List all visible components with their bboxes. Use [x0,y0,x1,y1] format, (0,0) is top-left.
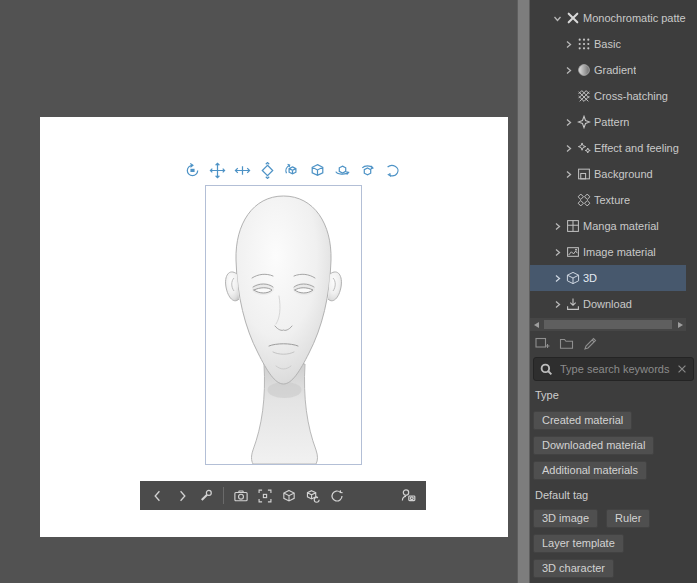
camera-icon[interactable] [232,487,250,505]
monochromatic-pattern-icon [565,11,580,26]
edit-material-icon[interactable] [582,335,599,352]
3d-object-viewport[interactable] [205,185,362,465]
chevron-right-icon[interactable] [552,299,562,309]
chevron-placeholder [563,91,573,101]
pattern-icon [576,115,591,130]
cube-view-icon[interactable] [308,161,326,179]
default-tag-section-label: Default tag [535,489,588,501]
toolbar-divider [223,487,224,504]
camera-orbit-icon[interactable] [183,161,201,179]
tree-horizontal-scrollbar[interactable] [530,318,686,331]
object-toolbar [140,481,426,510]
tree-item-label: Manga material [583,220,659,232]
chevron-right-icon[interactable] [563,39,573,49]
new-folder-icon[interactable] [558,335,575,352]
tree-item-label: Basic [594,38,621,50]
rotate-object-icon[interactable] [283,161,301,179]
app-window: Monochromatic pattern Basic [0,0,697,583]
tree-item-label: Monochromatic pattern [583,12,686,24]
cross-hatching-icon [576,89,591,104]
reset-rotation-icon[interactable] [383,161,401,179]
clear-search-icon[interactable] [676,363,688,375]
tree-item-pattern[interactable]: Pattern [530,109,686,135]
3d-head-model [206,186,361,464]
filter-additional-materials[interactable]: Additional materials [533,461,647,480]
dot-grid-icon [576,37,591,52]
tree-item-manga-material[interactable]: Manga material [530,213,686,239]
tool-settings-icon[interactable] [197,487,215,505]
scroll-left-icon[interactable] [530,318,542,331]
chevron-right-icon[interactable] [563,143,573,153]
tree-item-image-material[interactable]: Image material [530,239,686,265]
gradient-icon [576,63,591,78]
tag-3d-image[interactable]: 3D image [533,509,598,528]
tree-item-label: 3D [583,272,597,284]
tree-item-download[interactable]: Download [530,291,686,317]
search-icon [539,362,554,377]
manga-material-icon [565,219,580,234]
scrollbar-thumb[interactable] [544,320,672,329]
prev-icon[interactable] [149,487,167,505]
chevron-right-icon[interactable] [552,273,562,283]
download-icon [565,297,580,312]
tree-item-3d[interactable]: 3D [530,265,686,291]
pose-camera-icon[interactable] [399,487,417,505]
tree-item-basic[interactable]: Basic [530,31,686,57]
filter-downloaded-material[interactable]: Downloaded material [533,436,654,455]
cube-icon [565,271,580,286]
material-command-bar [534,335,599,352]
chevron-placeholder [563,195,573,205]
move-3d-icon[interactable] [208,161,226,179]
spin-top-icon[interactable] [358,161,376,179]
rotate-y-icon[interactable] [333,161,351,179]
search-input[interactable] [558,362,672,376]
panel-splitter[interactable] [517,0,530,583]
chevron-down-icon[interactable] [552,13,562,23]
tree-item-monochromatic-pattern[interactable]: Monochromatic pattern [530,5,686,31]
chevron-right-icon[interactable] [552,247,562,257]
tree-item-label: Download [583,298,632,310]
tree-item-label: Effect and feeling [594,142,679,154]
paste-to-canvas-icon[interactable] [534,335,551,352]
fit-view-icon[interactable] [256,487,274,505]
tree-item-background[interactable]: Background [530,161,686,187]
tree-item-label: Gradient [594,64,636,76]
pan-plane-icon[interactable] [258,161,276,179]
move-horizontal-icon[interactable] [233,161,251,179]
chevron-right-icon[interactable] [563,169,573,179]
tree-item-label: Image material [583,246,656,258]
tag-layer-template[interactable]: Layer template [533,534,624,553]
material-search-box [533,357,694,381]
chevron-right-icon[interactable] [552,221,562,231]
tree-item-texture[interactable]: Texture [530,187,686,213]
filter-created-material[interactable]: Created material [533,411,632,430]
scroll-right-icon[interactable] [674,318,686,331]
image-material-icon [565,245,580,260]
document-canvas[interactable] [40,117,508,537]
background-icon [576,167,591,182]
rotate-view-icon[interactable] [328,487,346,505]
material-tree: Monochromatic pattern Basic [530,0,686,318]
material-panel: Monochromatic pattern Basic [530,0,697,583]
type-section-label: Type [535,389,559,401]
tree-item-label: Texture [594,194,630,206]
chevron-right-icon[interactable] [563,65,573,75]
tree-item-cross-hatching[interactable]: Cross-hatching [530,83,686,109]
tree-item-label: Background [594,168,653,180]
tag-ruler[interactable]: Ruler [606,509,650,528]
next-icon[interactable] [173,487,191,505]
tree-item-gradient[interactable]: Gradient [530,57,686,83]
tree-item-effect-and-feeling[interactable]: Effect and feeling [530,135,686,161]
texture-icon [576,193,591,208]
sparkle-icon [576,141,591,156]
object-launcher [183,161,401,179]
cube-view-icon[interactable] [280,487,298,505]
chevron-right-icon[interactable] [563,117,573,127]
tag-3d-character[interactable]: 3D character [533,559,614,578]
tree-item-label: Cross-hatching [594,90,668,102]
object-list-icon[interactable] [304,487,322,505]
tree-item-label: Pattern [594,116,629,128]
